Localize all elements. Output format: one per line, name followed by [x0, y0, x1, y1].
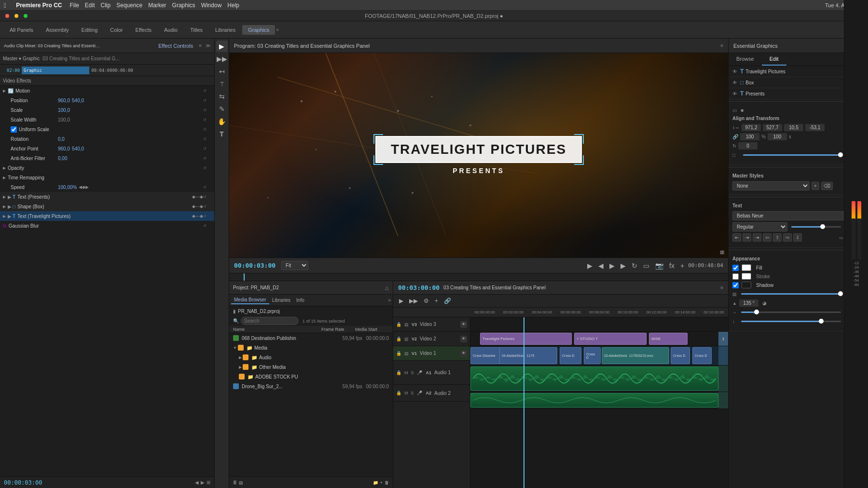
- tab-libraries[interactable]: Libraries: [209, 25, 241, 35]
- project-panel-expand[interactable]: △: [385, 285, 389, 290]
- text-tool[interactable]: T: [216, 128, 228, 140]
- speed-keyframe-prev[interactable]: ◀: [79, 185, 82, 190]
- size-slider-thumb[interactable]: [820, 224, 825, 229]
- tab-media-browser[interactable]: Media Browser: [231, 296, 269, 304]
- program-monitor-settings[interactable]: ≡: [720, 43, 723, 48]
- opacity-slider-track[interactable]: [743, 154, 841, 156]
- opacity-reset[interactable]: ↺: [203, 166, 207, 170]
- uniform-scale-reset[interactable]: ↺: [203, 127, 207, 132]
- a1-mic-icon[interactable]: 🎤: [417, 370, 422, 375]
- add-to-timeline-btn[interactable]: ▶: [585, 261, 594, 271]
- v3-eye-btn[interactable]: 👁: [460, 321, 467, 328]
- v1-eye-btn[interactable]: 👁: [460, 350, 467, 357]
- text-presents-layer[interactable]: ▶ ▶ T Text (Presents) ◆—◆ ↺: [0, 192, 214, 202]
- project-item-media[interactable]: ▼ 📁 Media: [229, 343, 393, 352]
- position-x[interactable]: 960,0: [58, 98, 70, 103]
- gaussian-blur-row[interactable]: fx Gaussian Blur ↺: [0, 221, 214, 230]
- shadow-distance-thumb[interactable]: [754, 310, 759, 314]
- scale-x-eg[interactable]: 100: [740, 133, 759, 140]
- audio-clip-a1[interactable]: [470, 366, 718, 391]
- fit-dropdown[interactable]: Fit 25% 50% 75% 100%: [281, 261, 308, 270]
- shadow-spread-slider[interactable]: [741, 321, 841, 322]
- a1-mute-icon[interactable]: M: [404, 370, 408, 375]
- ripple-edit-tool[interactable]: ↤: [216, 66, 228, 77]
- scale-chain-icon[interactable]: 🔗: [732, 134, 738, 139]
- track-row-a1[interactable]: [470, 366, 728, 392]
- a1-solo-icon[interactable]: S: [411, 370, 414, 375]
- motion-reset[interactable]: ↺: [203, 89, 207, 93]
- add-marker-btn[interactable]: +: [678, 261, 686, 271]
- track-row-v3[interactable]: [470, 317, 728, 332]
- clip-adobe1175[interactable]: 04-AdobeStock_1175: [499, 347, 557, 364]
- box-visibility[interactable]: 👁: [732, 80, 737, 85]
- effect-controls-tab[interactable]: Effect Controls: [158, 43, 193, 49]
- menu-graphics[interactable]: Graphics: [172, 2, 195, 9]
- track-select-tool[interactable]: ▶▶: [216, 53, 228, 65]
- playhead-bar[interactable]: [229, 273, 728, 281]
- v1-sync-icon[interactable]: ▤: [404, 351, 409, 356]
- track-row-v1[interactable]: Cross Dissolve 04-AdobeStock_1175 Cross …: [470, 346, 728, 366]
- project-icon-view[interactable]: ▤: [239, 480, 243, 485]
- project-file-item[interactable]: ▮ PR_NAB_D2.prproj: [229, 306, 393, 316]
- timeline-link-toggle[interactable]: 🔗: [442, 297, 453, 305]
- timeline-settings[interactable]: ⚙: [422, 297, 431, 305]
- panel-expand-icon[interactable]: ≫: [206, 43, 210, 48]
- antiflicker-reset[interactable]: ↺: [203, 156, 207, 161]
- opacity-group[interactable]: ▶ Opacity ↺: [0, 163, 214, 173]
- menu-clip[interactable]: Clip: [101, 2, 111, 9]
- opacity-slider-thumb[interactable]: [838, 152, 843, 157]
- size-slider[interactable]: [791, 226, 841, 228]
- clip-mis8[interactable]: MIS8: [649, 333, 688, 345]
- presents-visibility[interactable]: 👁: [732, 91, 737, 96]
- shadow-color-swatch[interactable]: [742, 282, 751, 288]
- master-style-delete[interactable]: ⌫: [821, 182, 833, 190]
- apple-icon[interactable]: : [4, 1, 6, 9]
- shadow-distance-slider[interactable]: [741, 312, 841, 313]
- close-button[interactable]: [5, 14, 9, 18]
- razor-tool[interactable]: ⍑: [216, 78, 228, 90]
- speed-value[interactable]: 100,00%: [58, 185, 77, 190]
- font-style-dropdown[interactable]: Regular: [732, 222, 787, 231]
- uniform-scale-checkbox[interactable]: [11, 126, 17, 133]
- clip-crossd-3[interactable]: Cross D: [584, 347, 601, 364]
- clip-crossd-4[interactable]: Cross D: [671, 347, 690, 364]
- align-middle-btn[interactable]: ⇨: [783, 233, 792, 242]
- shadow-angle-value[interactable]: 135 °: [739, 299, 758, 307]
- tab-assembly[interactable]: Assembly: [40, 25, 75, 35]
- export-frame-btn[interactable]: 📷: [653, 261, 665, 271]
- eg-tab-edit[interactable]: Edit: [762, 53, 786, 66]
- shadow-checkbox[interactable]: [732, 282, 739, 288]
- loop-btn[interactable]: ↻: [630, 261, 639, 271]
- play-btn[interactable]: ▶: [607, 261, 617, 271]
- more-tabs-icon[interactable]: »: [276, 27, 279, 32]
- antiflicker-value[interactable]: 0,00: [58, 156, 67, 161]
- travelight-reset[interactable]: ↺: [203, 214, 207, 218]
- project-list-view[interactable]: ≣: [233, 480, 237, 485]
- safe-margins-btn[interactable]: ▭: [641, 261, 651, 271]
- eg-tab-browse[interactable]: Browse: [729, 53, 762, 66]
- tab-all-panels[interactable]: All Panels: [4, 25, 39, 35]
- travelight-visibility[interactable]: 👁: [732, 69, 737, 74]
- selection-tool[interactable]: ▶: [216, 41, 228, 52]
- menu-marker[interactable]: Marker: [148, 2, 166, 9]
- shadow-opacity-thumb[interactable]: [838, 291, 843, 296]
- clip-crossd-5[interactable]: Cross D: [692, 347, 712, 364]
- v2-sync-icon[interactable]: ▤: [404, 337, 409, 341]
- motion-group[interactable]: ▶ 🔄 Motion ↺: [0, 86, 214, 95]
- rotation-reset[interactable]: ↺: [203, 137, 207, 141]
- safe-area-icon[interactable]: ▦: [720, 249, 724, 255]
- gaussian-reset[interactable]: ↺: [203, 224, 207, 228]
- time-remapping-group[interactable]: ▶ Time Remapping: [0, 173, 214, 182]
- a2-solo-icon[interactable]: S: [411, 391, 414, 395]
- anchor-x[interactable]: 960,0: [58, 146, 70, 151]
- tab-color[interactable]: Color: [104, 25, 128, 35]
- project-delete[interactable]: 🗑: [385, 480, 389, 485]
- tab-titles[interactable]: Titles: [184, 25, 208, 35]
- position-reset[interactable]: ↺: [203, 98, 207, 103]
- a1-lock-icon[interactable]: 🔒: [396, 370, 401, 375]
- minimize-button[interactable]: [14, 14, 18, 18]
- anchor-reset[interactable]: ↺: [203, 147, 207, 151]
- tab-editing[interactable]: Editing: [76, 25, 104, 35]
- scale-width-reset[interactable]: ↺: [203, 118, 207, 122]
- offset-y-value[interactable]: -53,1: [805, 124, 825, 131]
